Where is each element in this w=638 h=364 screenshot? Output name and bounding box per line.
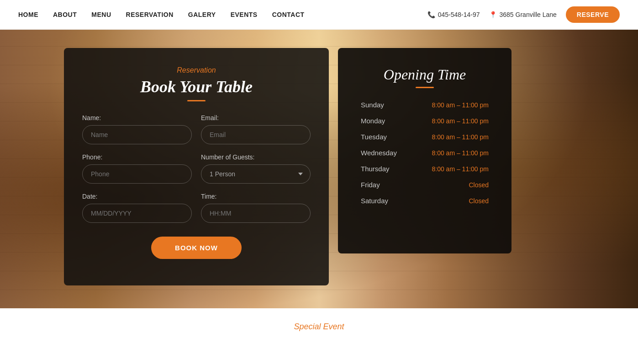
hours-time: 8:00 am – 11:00 pm — [432, 133, 489, 141]
phone-number: 045-548-14-97 — [438, 11, 480, 18]
hours-day: Monday — [361, 117, 385, 125]
hours-time: 8:00 am – 11:00 pm — [432, 101, 489, 109]
special-event-label: Special Event — [294, 322, 344, 331]
hero-content: Reservation Book Your Table Name: Email:… — [0, 30, 638, 308]
hours-time: Closed — [469, 181, 489, 189]
hours-row: FridayClosed — [361, 181, 489, 189]
guests-select[interactable]: 1 Person 2 Persons 3 Persons 4 Persons 5… — [201, 164, 311, 184]
opening-divider — [361, 87, 489, 88]
date-input[interactable] — [82, 204, 192, 223]
name-input[interactable] — [82, 125, 192, 144]
nav-link-reservation[interactable]: RESERVATION — [126, 11, 174, 18]
reservation-card: Reservation Book Your Table Name: Email:… — [64, 48, 329, 285]
hero-section: Reservation Book Your Table Name: Email:… — [0, 30, 638, 308]
hours-time: Closed — [469, 197, 489, 205]
nav-phone: 📞 045-548-14-97 — [427, 11, 480, 18]
nav-item-galery[interactable]: GALERY — [188, 11, 216, 19]
bottom-section: Special Event — [0, 308, 638, 345]
nav-item-contact[interactable]: CONTACT — [272, 11, 305, 19]
hours-time: 8:00 am – 11:00 pm — [432, 149, 489, 157]
hours-day: Friday — [361, 181, 380, 189]
nav-link-galery[interactable]: GALERY — [188, 11, 216, 18]
guests-label: Number of Guests: — [201, 153, 311, 161]
nav-links: HOME ABOUT MENU RESERVATION GALERY EVENT… — [18, 11, 305, 19]
nav-link-contact[interactable]: CONTACT — [272, 11, 305, 18]
date-label: Date: — [82, 193, 192, 200]
nav-item-menu[interactable]: MENU — [91, 11, 111, 19]
title-divider — [82, 100, 311, 101]
nav-link-home[interactable]: HOME — [18, 11, 38, 18]
phone-label: Phone: — [82, 153, 192, 161]
nav-item-home[interactable]: HOME — [18, 11, 38, 19]
opening-card: Opening Time Sunday8:00 am – 11:00 pmMon… — [338, 48, 511, 253]
hours-row: Sunday8:00 am – 11:00 pm — [361, 101, 489, 109]
hours-day: Saturday — [361, 197, 388, 205]
reservation-subtitle: Reservation — [82, 66, 311, 74]
hours-container: Sunday8:00 am – 11:00 pmMonday8:00 am – … — [361, 101, 489, 205]
navbar: HOME ABOUT MENU RESERVATION GALERY EVENT… — [0, 0, 638, 30]
email-group: Email: — [201, 114, 311, 144]
nav-item-events[interactable]: EVENTS — [231, 11, 258, 19]
email-label: Email: — [201, 114, 311, 121]
nav-link-about[interactable]: ABOUT — [53, 11, 77, 18]
opening-title: Opening Time — [361, 66, 489, 83]
time-input[interactable] — [201, 204, 311, 223]
hours-time: 8:00 am – 11:00 pm — [432, 165, 489, 173]
hours-row: Monday8:00 am – 11:00 pm — [361, 117, 489, 125]
time-label: Time: — [201, 193, 311, 200]
form-row-date-time: Date: Time: — [82, 193, 311, 223]
nav-item-about[interactable]: ABOUT — [53, 11, 77, 19]
email-input[interactable] — [201, 125, 311, 144]
hours-day: Wednesday — [361, 149, 397, 157]
reserve-button[interactable]: RESERVE — [566, 6, 620, 23]
nav-location: 📍 3685 Granville Lane — [489, 11, 557, 18]
phone-icon: 📞 — [427, 11, 435, 18]
book-now-button[interactable]: BOOK NOW — [151, 237, 242, 259]
nav-item-reservation[interactable]: RESERVATION — [126, 11, 174, 19]
name-label: Name: — [82, 114, 192, 121]
hours-day: Thursday — [361, 165, 390, 173]
form-row-phone-guests: Phone: Number of Guests: 1 Person 2 Pers… — [82, 153, 311, 184]
phone-input[interactable] — [82, 164, 192, 184]
hours-time: 8:00 am – 11:00 pm — [432, 117, 489, 125]
name-group: Name: — [82, 114, 192, 144]
nav-link-menu[interactable]: MENU — [91, 11, 111, 18]
hours-row: SaturdayClosed — [361, 197, 489, 205]
time-group: Time: — [201, 193, 311, 223]
hours-row: Thursday8:00 am – 11:00 pm — [361, 165, 489, 173]
guests-group: Number of Guests: 1 Person 2 Persons 3 P… — [201, 153, 311, 184]
hours-day: Sunday — [361, 101, 384, 109]
hours-day: Tuesday — [361, 133, 387, 141]
hours-row: Tuesday8:00 am – 11:00 pm — [361, 133, 489, 141]
hours-row: Wednesday8:00 am – 11:00 pm — [361, 149, 489, 157]
location-icon: 📍 — [489, 11, 497, 18]
date-group: Date: — [82, 193, 192, 223]
nav-link-events[interactable]: EVENTS — [231, 11, 258, 18]
reservation-title: Book Your Table — [82, 77, 311, 96]
form-row-name-email: Name: Email: — [82, 114, 311, 144]
nav-right: 📞 045-548-14-97 📍 3685 Granville Lane RE… — [427, 6, 620, 23]
location-text: 3685 Granville Lane — [500, 11, 557, 18]
phone-group: Phone: — [82, 153, 192, 184]
